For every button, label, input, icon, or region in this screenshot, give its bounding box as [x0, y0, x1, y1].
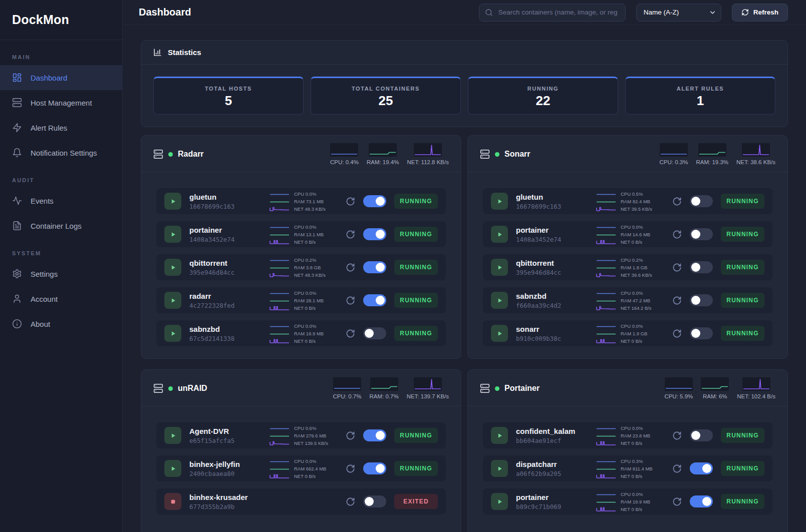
container-name: qbittorrent — [516, 259, 561, 268]
restart-icon[interactable] — [672, 464, 682, 473]
restart-icon[interactable] — [672, 329, 682, 338]
autorestart-toggle[interactable] — [690, 195, 713, 207]
sidebar-item-label: About — [31, 320, 50, 328]
bar-chart-icon — [153, 48, 162, 57]
autorestart-toggle[interactable] — [363, 294, 386, 306]
autorestart-toggle[interactable] — [363, 429, 386, 441]
sidebar-item-alert-rules[interactable]: Alert Rules — [0, 115, 122, 140]
container-metrics: CPU 0.6%RAM 279.6 MBNET 139.5 KB/s — [270, 424, 338, 446]
play-icon — [496, 432, 503, 439]
sidebar-item-container-logs[interactable]: Container Logs — [0, 213, 122, 238]
container-play-button[interactable] — [491, 226, 508, 243]
restart-icon[interactable] — [672, 263, 682, 272]
sidebar-item-notification-settings[interactable]: Notification Settings — [0, 140, 122, 165]
host-status-dot — [168, 152, 173, 157]
autorestart-toggle[interactable] — [363, 195, 386, 207]
container-row-gluetun[interactable]: gluetun16678699c163CPU 0.0%RAM 73.1 MBNE… — [156, 188, 446, 214]
container-row-qbittorrent[interactable]: qbittorrent395e946d84ccCPU 0.2%RAM 3.8 G… — [156, 254, 446, 280]
container-play-button[interactable] — [164, 460, 181, 477]
container-row-confident-kalam[interactable]: confident_kalambb604ae91ecfCPU 0.0%RAM 2… — [483, 422, 772, 448]
container-row-dispatcharr[interactable]: dispatcharra06f62b9a205CPU 0.3%RAM 811.4… — [483, 455, 772, 481]
autorestart-toggle[interactable] — [363, 327, 386, 339]
container-play-button[interactable] — [164, 292, 181, 309]
container-stop-button[interactable] — [164, 493, 181, 510]
restart-icon[interactable] — [346, 296, 355, 305]
restart-icon[interactable] — [346, 230, 355, 239]
autorestart-toggle[interactable] — [363, 261, 386, 273]
stat-card-running: RUNNING22 — [468, 77, 618, 115]
container-ram: RAM 1.8 GB — [621, 265, 647, 270]
container-play-button[interactable] — [491, 325, 508, 342]
autorestart-toggle[interactable] — [690, 462, 713, 474]
restart-icon[interactable] — [672, 296, 682, 305]
host-ram-label: RAM: 19.4% — [367, 159, 399, 165]
autorestart-toggle[interactable] — [690, 294, 713, 306]
container-row-portainer[interactable]: portainer1408a3452e74CPU 0.0%RAM 14.6 MB… — [483, 221, 772, 247]
status-badge: EXITED — [394, 494, 438, 509]
sidebar-item-dashboard[interactable]: Dashboard — [0, 65, 122, 90]
container-row-sabnzbd[interactable]: sabnzbd67c5d2141338CPU 0.0%RAM 19.9 MBNE… — [156, 320, 446, 346]
autorestart-toggle[interactable] — [363, 228, 386, 240]
container-play-button[interactable] — [164, 259, 181, 276]
autorestart-toggle[interactable] — [363, 495, 386, 507]
sort-dropdown[interactable]: Name (A-Z) — [636, 4, 721, 22]
autorestart-toggle[interactable] — [690, 429, 713, 441]
restart-icon[interactable] — [346, 497, 355, 506]
restart-icon[interactable] — [346, 263, 355, 272]
restart-icon[interactable] — [346, 431, 355, 440]
restart-icon[interactable] — [672, 230, 682, 239]
container-play-button[interactable] — [164, 427, 181, 444]
server-icon — [12, 98, 22, 108]
container-row-gluetun[interactable]: gluetun16678699c163CPU 0.5%RAM 82.4 MBNE… — [483, 188, 772, 214]
sidebar-item-events[interactable]: Events — [0, 188, 122, 213]
container-play-button[interactable] — [491, 193, 508, 210]
refresh-button[interactable]: Refresh — [732, 4, 788, 22]
autorestart-toggle[interactable] — [363, 462, 386, 474]
container-info: portainerb89c9c71b069 — [516, 493, 561, 510]
container-play-button[interactable] — [164, 325, 181, 342]
autorestart-toggle[interactable] — [690, 228, 713, 240]
sidebar-item-account[interactable]: Account — [0, 286, 122, 311]
stat-label: RUNNING — [527, 86, 559, 92]
page-title: Dashboard — [139, 7, 191, 18]
container-row-portainer[interactable]: portainer1408a3452e74CPU 0.0%RAM 13.1 MB… — [156, 221, 446, 247]
container-play-button[interactable] — [491, 427, 508, 444]
container-play-button[interactable] — [491, 460, 508, 477]
restart-icon[interactable] — [672, 431, 682, 440]
host-card-sonarr: SonarrCPU: 0.3%RAM: 19.3%NET: 38.6 KB/sg… — [467, 135, 788, 359]
status-badge: RUNNING — [394, 227, 438, 242]
status-badge: RUNNING — [394, 194, 438, 209]
container-row-radarr[interactable]: radarr4c2722328fedCPU 0.0%RAM 28.1 MBNET… — [156, 287, 446, 313]
host-cpu-sparkline — [665, 377, 693, 391]
search-input[interactable] — [479, 4, 626, 22]
restart-icon[interactable] — [346, 329, 355, 338]
autorestart-toggle[interactable] — [690, 495, 713, 507]
container-row-portainer[interactable]: portainerb89c9c71b069CPU 0.0%RAM 19.9 MB… — [483, 488, 772, 514]
container-row-sabnzbd[interactable]: sabnzbdf660aa39c4d2CPU 0.0%RAM 47.2 MBNE… — [483, 287, 772, 313]
stop-icon — [170, 498, 176, 505]
container-row-qbittorrent[interactable]: qbittorrent395e946d84ccCPU 0.2%RAM 1.8 G… — [483, 254, 772, 280]
restart-icon[interactable] — [672, 197, 682, 206]
container-row-binhex-krusader[interactable]: binhex-krusader677d355b2a9bEXITED — [156, 488, 446, 514]
restart-icon[interactable] — [346, 197, 355, 206]
sidebar-item-settings[interactable]: Settings — [0, 261, 122, 286]
sidebar-item-host-management[interactable]: Host Management — [0, 90, 122, 115]
container-play-button[interactable] — [491, 493, 508, 510]
toggle-knob — [365, 329, 374, 338]
container-play-button[interactable] — [164, 193, 181, 210]
restart-icon[interactable] — [346, 464, 355, 473]
host-name: Radarr — [178, 150, 204, 159]
container-metrics: CPU 0.0%RAM 28.1 MBNET 0 B/s — [270, 289, 338, 311]
container-row-binhex-jellyfin[interactable]: binhex-jellyfin2400cbaaea80CPU 0.0%RAM 6… — [156, 455, 446, 481]
sidebar-item-about[interactable]: About — [0, 311, 122, 336]
restart-icon[interactable] — [672, 497, 682, 506]
play-icon — [170, 198, 176, 205]
autorestart-toggle[interactable] — [690, 261, 713, 273]
container-row-agent-dvr[interactable]: Agent-DVRe65f15afcfa5CPU 0.6%RAM 279.6 M… — [156, 422, 446, 448]
autorestart-toggle[interactable] — [690, 327, 713, 339]
container-name: qbittorrent — [189, 259, 234, 268]
container-row-sonarr[interactable]: sonarrb910c009b38cCPU 0.0%RAM 1.9 GBNET … — [483, 320, 772, 346]
container-play-button[interactable] — [491, 259, 508, 276]
container-play-button[interactable] — [491, 292, 508, 309]
container-play-button[interactable] — [164, 226, 181, 243]
